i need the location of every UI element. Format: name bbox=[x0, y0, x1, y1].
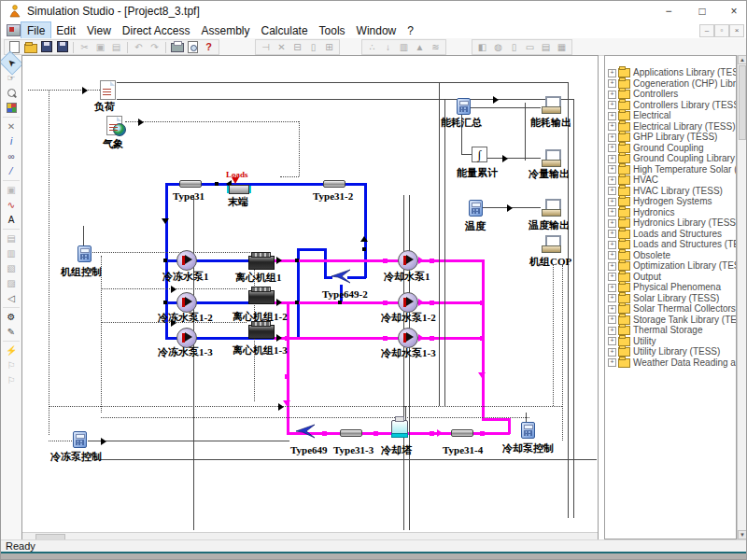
expand-icon[interactable]: + bbox=[608, 219, 616, 228]
tree-item[interactable]: +Loads and Structures (TESS) bbox=[608, 239, 737, 249]
expand-icon[interactable]: + bbox=[608, 187, 616, 195]
expand-icon[interactable]: + bbox=[608, 144, 616, 152]
expand-icon[interactable]: + bbox=[608, 358, 616, 367]
tree-item[interactable]: +Electrical Library (TESS) bbox=[608, 121, 735, 132]
tree-item[interactable]: +Ground Coupling bbox=[608, 143, 704, 153]
component-cooling-tower[interactable] bbox=[391, 420, 408, 436]
expand-icon[interactable]: + bbox=[608, 155, 616, 163]
printer2-icon[interactable]: ▤ bbox=[539, 41, 553, 53]
tree-item[interactable]: +Output bbox=[608, 272, 661, 282]
tree-item[interactable]: +HVAC Library (TESS) bbox=[608, 186, 723, 196]
link-tool-icon[interactable]: ∞ bbox=[3, 149, 20, 163]
sort-down-icon[interactable]: ↓ bbox=[381, 41, 395, 53]
zoom-grid-icon[interactable]: ⊞ bbox=[322, 41, 336, 53]
zoom-tool-icon[interactable] bbox=[3, 86, 20, 100]
pen-tool-icon[interactable]: ✎ bbox=[3, 325, 20, 339]
columns-icon[interactable]: ▥ bbox=[397, 41, 411, 53]
marker-icon[interactable]: ▲ bbox=[413, 41, 427, 53]
component-chw-pump-1-2[interactable] bbox=[176, 292, 197, 313]
menu-file[interactable]: File bbox=[21, 22, 50, 39]
globe-icon[interactable]: ◍ bbox=[491, 41, 505, 53]
tile-windows-1-icon[interactable]: ▤ bbox=[3, 231, 20, 245]
component-cw-pump-1[interactable] bbox=[398, 250, 418, 271]
component-cw-pump-1-3[interactable] bbox=[398, 328, 418, 348]
zoom-out-icon[interactable]: ✕ bbox=[275, 41, 289, 53]
tree-item[interactable]: +Cogeneration (CHP) Library (TESS) bbox=[608, 78, 737, 89]
expand-icon[interactable]: + bbox=[608, 198, 616, 206]
component-type649-2-diverter[interactable] bbox=[331, 269, 351, 287]
component-weather-data[interactable] bbox=[106, 116, 122, 135]
expand-icon[interactable]: + bbox=[608, 230, 616, 238]
menu-tools[interactable]: Tools bbox=[314, 22, 351, 39]
tree-item[interactable]: +High Temperature Solar (TESS) bbox=[608, 164, 737, 175]
library-scrollbar[interactable]: ▲ ▼ bbox=[737, 55, 747, 539]
component-temperature-calc[interactable] bbox=[469, 200, 483, 217]
tree-item[interactable]: +Hydrogen Systems bbox=[608, 196, 712, 206]
scroll-thumb[interactable] bbox=[739, 65, 746, 140]
tree-item[interactable]: +Solar Thermal Collectors bbox=[608, 303, 736, 314]
redo-button[interactable]: ↷ bbox=[148, 41, 162, 53]
project-window-icon[interactable] bbox=[7, 24, 21, 36]
menu-direct-access[interactable]: Direct Access bbox=[117, 22, 196, 39]
pan-tool-icon[interactable]: ☞ bbox=[3, 71, 20, 85]
info-tool-icon[interactable]: i bbox=[3, 134, 20, 148]
menu-view[interactable]: View bbox=[81, 22, 117, 39]
menu-calculate[interactable]: Calculate bbox=[256, 22, 314, 39]
minimize-button[interactable]: − bbox=[653, 1, 684, 21]
component-load-data[interactable] bbox=[100, 80, 116, 100]
expand-icon[interactable]: + bbox=[608, 305, 616, 314]
expand-icon[interactable]: + bbox=[608, 337, 616, 345]
expand-icon[interactable]: + bbox=[608, 348, 616, 357]
expand-icon[interactable]: + bbox=[608, 101, 616, 109]
mdi-restore-button[interactable]: ▫ bbox=[714, 24, 729, 37]
tree-item[interactable]: +Solar Library (TESS) bbox=[608, 293, 719, 303]
layers-2-icon[interactable]: ▨ bbox=[3, 276, 20, 290]
scroll-down-icon[interactable]: ▼ bbox=[738, 530, 747, 539]
tree-item[interactable]: +Loads and Structures bbox=[608, 229, 722, 239]
layers-1-icon[interactable]: ▧ bbox=[3, 261, 20, 275]
plug-tool-icon[interactable]: ◁ bbox=[3, 291, 20, 305]
expand-icon[interactable]: + bbox=[608, 79, 616, 88]
expand-icon[interactable]: + bbox=[608, 251, 616, 259]
mdi-close-button[interactable]: × bbox=[729, 24, 744, 37]
scroll-up-icon[interactable]: ▲ bbox=[738, 55, 747, 64]
tree-item[interactable]: +Thermal Storage bbox=[608, 325, 702, 335]
lock-icon[interactable]: ◧ bbox=[475, 41, 489, 53]
mail-icon[interactable]: ▦ bbox=[555, 41, 569, 53]
maximize-button[interactable]: □ bbox=[686, 1, 718, 21]
menu-assembly[interactable]: Assembly bbox=[196, 22, 256, 39]
tree-item[interactable]: +Applications Library (TESS) bbox=[608, 67, 737, 77]
copy-button[interactable]: ▣ bbox=[93, 41, 107, 53]
tree-item[interactable]: +Hydronics bbox=[608, 207, 674, 217]
run-simulation-icon[interactable]: ⚡ bbox=[3, 343, 20, 357]
tree-item[interactable]: +Controllers Library (TESS) bbox=[608, 100, 737, 110]
menu-help[interactable]: ? bbox=[402, 22, 419, 39]
chart-icon[interactable]: ≋ bbox=[429, 41, 443, 53]
menu-edit[interactable]: Edit bbox=[50, 22, 81, 39]
expand-icon[interactable]: + bbox=[608, 273, 616, 281]
tile-windows-2-icon[interactable]: ▥ bbox=[3, 246, 20, 260]
component-chw-pump-1[interactable] bbox=[176, 250, 197, 271]
component-unit-control[interactable] bbox=[78, 245, 92, 262]
expand-icon[interactable]: + bbox=[608, 91, 616, 99]
tree-item[interactable]: +Electrical bbox=[608, 110, 671, 120]
component-energy-summary-calc[interactable] bbox=[457, 98, 471, 115]
expand-icon[interactable]: + bbox=[608, 112, 616, 120]
expand-icon[interactable]: + bbox=[608, 165, 616, 174]
wrench-tool-icon[interactable]: ⁄ bbox=[3, 164, 20, 178]
expand-icon[interactable]: + bbox=[608, 122, 616, 131]
settings-gear-icon[interactable]: ⚙ bbox=[3, 310, 20, 324]
expand-icon[interactable]: + bbox=[608, 284, 616, 292]
component-energy-output-plotter[interactable] bbox=[542, 96, 562, 114]
component-type31-pipe[interactable] bbox=[179, 180, 202, 188]
expand-icon[interactable]: + bbox=[608, 133, 616, 142]
expand-icon[interactable]: + bbox=[608, 176, 616, 185]
menu-window[interactable]: Window bbox=[351, 22, 402, 39]
flag-1-icon[interactable]: ⚐ bbox=[3, 358, 20, 372]
expand-icon[interactable]: + bbox=[608, 208, 616, 217]
tree-item[interactable]: +Controllers bbox=[608, 89, 678, 99]
component-unit-cop-plotter[interactable] bbox=[542, 235, 562, 253]
expand-icon[interactable]: + bbox=[608, 262, 616, 271]
tree-item[interactable]: +Physical Phenomena bbox=[608, 282, 721, 292]
component-chw-pump-control[interactable] bbox=[73, 431, 87, 448]
